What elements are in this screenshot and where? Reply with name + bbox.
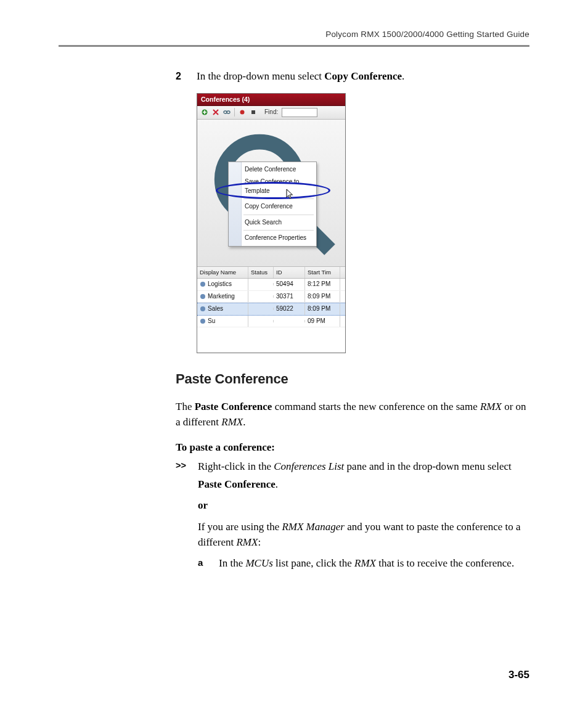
conference-icon	[200, 281, 206, 287]
menu-separator	[243, 230, 314, 231]
procedure-step: >> Right-click in the Conferences List p…	[176, 459, 529, 571]
svg-rect-2	[227, 111, 230, 113]
row-time: 8:09 PM	[305, 291, 340, 303]
search-icon[interactable]	[201, 256, 341, 263]
col-start-time[interactable]: Start Tim	[305, 267, 340, 278]
sub-step-letter: a	[198, 556, 208, 571]
col-status[interactable]: Status	[248, 267, 274, 278]
table-row[interactable]: Logistics 50494 8:12 PM	[197, 279, 345, 291]
proc-s1a: Right-click in the	[198, 460, 274, 472]
menu-separator	[243, 215, 314, 215]
menu-delete-conference[interactable]: Delete Conference	[229, 163, 316, 176]
row-id: 50494	[274, 279, 305, 290]
row-id	[274, 320, 305, 322]
intro-i1: RMX	[480, 401, 502, 412]
svg-rect-4	[251, 110, 255, 114]
menu-copy-conference[interactable]: Copy Conference	[229, 200, 316, 213]
link-icon[interactable]	[223, 108, 231, 116]
record-icon[interactable]	[239, 108, 246, 116]
proc-s1bold: Paste Conference	[198, 478, 276, 490]
svg-rect-1	[224, 111, 227, 113]
sub-b: list pane, click the	[273, 557, 354, 569]
step2-post: .	[402, 70, 404, 82]
sub-c: that is to receive the conference.	[376, 557, 514, 569]
table-row[interactable]: Su 09 PM	[197, 316, 345, 328]
svg-point-9	[200, 306, 205, 311]
toolbar-separator	[234, 108, 235, 117]
find-label: Find:	[264, 108, 278, 117]
proc-s1end: .	[276, 478, 278, 490]
table-row	[197, 327, 345, 353]
conference-icon	[200, 293, 206, 300]
context-menu: Delete Conference Save Conference to Tem…	[228, 162, 317, 247]
page: Polycom RMX 1500/2000/4000 Getting Start…	[0, 0, 588, 712]
table-row-selected[interactable]: Sales 59022 8:09 PM	[197, 303, 345, 316]
row-status	[248, 308, 274, 310]
procedure-bullet: >>	[176, 459, 189, 571]
table-row[interactable]: Marketing 30371 8:09 PM	[197, 291, 345, 303]
menu-save-to-template[interactable]: Save Conference to Template	[229, 176, 316, 197]
section-heading: Paste Conference	[176, 369, 529, 389]
page-number: 3-65	[508, 669, 529, 681]
conference-icon	[200, 306, 206, 312]
col-display-name[interactable]: Display Name	[197, 267, 248, 278]
row-id: 30371	[274, 291, 305, 303]
menu-separator	[243, 198, 314, 199]
step-number: 2	[176, 69, 184, 84]
step-body: In the drop-down menu select Copy Confer…	[197, 69, 529, 84]
row-status	[248, 283, 274, 285]
intro-i2: RMX	[221, 416, 243, 428]
svg-point-10	[200, 319, 205, 324]
proc-s1i: Conferences List	[274, 460, 344, 472]
row-status	[248, 320, 274, 322]
panel-toolbar: Find:	[197, 106, 345, 120]
sub-a: In the	[219, 557, 245, 569]
row-status	[248, 295, 274, 298]
proc-s2a: If you are using the	[198, 521, 282, 533]
grid-rows: Logistics 50494 8:12 PM Marketing 30371 …	[197, 279, 345, 353]
intro-b1: Paste Conference	[195, 401, 272, 412]
row-name: Su	[208, 317, 215, 324]
intro-paragraph: The Paste Conference command starts the …	[176, 399, 529, 430]
stop-icon[interactable]	[250, 108, 257, 116]
row-id: 59022	[274, 303, 305, 315]
row-name: Marketing	[208, 293, 235, 300]
panel-title: Conferences (4)	[197, 94, 345, 106]
menu-quick-search[interactable]: Quick Search	[229, 216, 316, 229]
procedure-body: Right-click in the Conferences List pane…	[198, 459, 529, 571]
row-time: 09 PM	[305, 316, 340, 327]
svg-point-3	[240, 110, 245, 115]
svg-point-8	[200, 294, 205, 299]
numbered-step-2: 2 In the drop-down menu select Copy Conf…	[176, 69, 529, 84]
running-header: Polycom RMX 1500/2000/4000 Getting Start…	[59, 30, 529, 39]
sub-i2: RMX	[354, 557, 376, 569]
proc-s2i: RMX Manager	[282, 521, 345, 533]
proc-s2i2: RMX	[236, 536, 258, 548]
conference-icon	[200, 318, 206, 324]
row-name: Logistics	[208, 280, 232, 287]
intro-t1: The	[176, 401, 195, 412]
header-rule	[59, 45, 529, 47]
content-column: 2 In the drop-down menu select Copy Conf…	[176, 69, 529, 571]
proc-s2c: :	[258, 536, 261, 548]
svg-point-7	[200, 282, 205, 287]
intro-t4: .	[243, 416, 245, 428]
proc-s2: If you are using the RMX Manager and you…	[198, 520, 529, 550]
sub-step-body: In the MCUs list pane, click the RMX tha…	[219, 556, 514, 571]
menu-conference-properties[interactable]: Conference Properties	[229, 232, 316, 245]
col-id[interactable]: ID	[274, 267, 305, 278]
procedure-heading: To paste a conference:	[176, 440, 529, 456]
delete-icon[interactable]	[212, 108, 219, 116]
step2-pre: In the drop-down menu select	[197, 70, 324, 82]
find-input[interactable]	[282, 108, 317, 117]
sub-step-a: a In the MCUs list pane, click the RMX t…	[198, 556, 529, 571]
conferences-panel: Conferences (4)	[197, 93, 346, 353]
new-conference-icon[interactable]	[201, 108, 208, 116]
sub-i1: MCUs	[245, 557, 272, 569]
grid-headers: Display Name Status ID Start Tim	[197, 267, 345, 279]
step2-bold: Copy Conference	[324, 70, 402, 82]
embedded-screenshot: Conferences (4)	[197, 93, 529, 353]
proc-s1b: pane and in the drop-down menu select	[344, 460, 511, 472]
row-time: 8:09 PM	[305, 303, 340, 315]
proc-or: or	[198, 498, 529, 514]
